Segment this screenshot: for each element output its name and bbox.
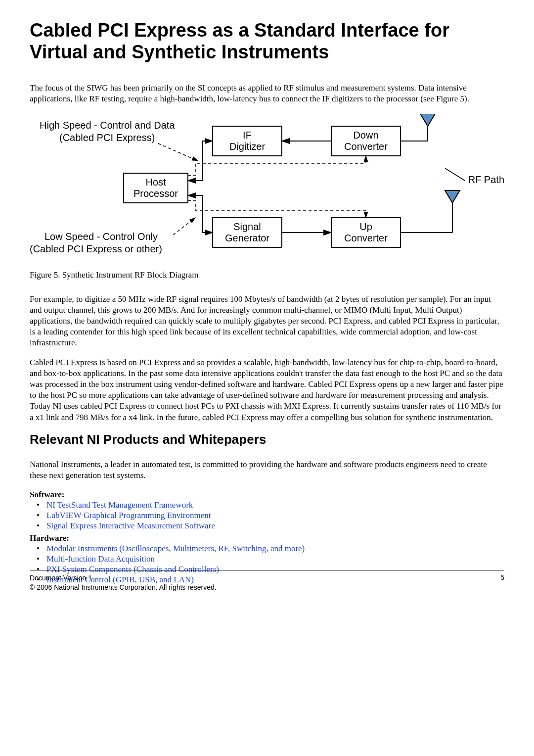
if-label-2: Digitizer <box>229 141 266 152</box>
page-footer: Document Version 1 © 2006 National Instr… <box>30 570 504 592</box>
list-item: Modular Instruments (Oscilloscopes, Mult… <box>30 543 504 554</box>
paragraph-4: National Instruments, a leader in automa… <box>30 459 504 481</box>
high-speed-label-2: (Cabled PCI Express) <box>59 132 155 143</box>
up-label-2: Converter <box>344 233 388 243</box>
link-ni-teststand[interactable]: NI TestStand Test Management Framework <box>46 500 193 510</box>
list-item: Multi-function Data Acquisition <box>30 554 504 564</box>
link-modular-instruments[interactable]: Modular Instruments (Oscilloscopes, Mult… <box>46 544 305 553</box>
rf-path-label: RF Path <box>468 174 504 185</box>
hardware-heading: Hardware: <box>30 533 504 543</box>
intro-paragraph: The focus of the SIWG has been primarily… <box>30 83 504 104</box>
svg-line-9 <box>445 168 465 181</box>
low-speed-label-1: Low Speed - Control Only <box>44 231 158 242</box>
signal-label-2: Generator <box>225 233 269 243</box>
down-label-2: Converter <box>344 141 388 152</box>
down-label-1: Down <box>353 130 378 141</box>
host-label-1: Host <box>145 177 166 188</box>
page-title: Cabled PCI Express as a Standard Interfa… <box>30 20 504 63</box>
footer-page-number: 5 <box>500 573 504 592</box>
list-item: Signal Express Interactive Measurement S… <box>30 520 504 531</box>
host-label-2: Processor <box>134 188 178 199</box>
footer-copyright: © 2006 National Instruments Corporation.… <box>30 583 217 592</box>
antenna-bottom-icon <box>445 190 460 203</box>
software-heading: Software: <box>30 490 504 500</box>
list-item: NI TestStand Test Management Framework <box>30 500 504 510</box>
svg-line-8 <box>173 218 195 235</box>
section-heading-products: Relevant NI Products and Whitepapers <box>30 432 504 447</box>
software-link-list: NI TestStand Test Management Framework L… <box>30 500 504 531</box>
block-diagram-svg: High Speed - Control and Data (Cabled PC… <box>30 114 504 267</box>
paragraph-2: For example, to digitize a 50 MHz wide R… <box>30 294 504 348</box>
signal-label-1: Signal <box>233 221 261 232</box>
figure-caption: Figure 5. Synthetic Instrument RF Block … <box>30 270 504 280</box>
link-labview[interactable]: LabVIEW Graphical Programming Environmen… <box>46 511 211 520</box>
low-speed-label-2: (Cabled PCI Express or other) <box>30 243 162 254</box>
block-diagram-figure: High Speed - Control and Data (Cabled PC… <box>30 114 504 267</box>
up-label-1: Up <box>359 221 372 232</box>
svg-line-7 <box>158 143 198 161</box>
link-daq[interactable]: Multi-function Data Acquisition <box>46 554 155 564</box>
if-label-1: IF <box>243 130 252 141</box>
high-speed-label-1: High Speed - Control and Data <box>40 120 175 131</box>
antenna-top-icon <box>420 114 435 126</box>
list-item: LabVIEW Graphical Programming Environmen… <box>30 510 504 520</box>
footer-version: Document Version 1 <box>30 573 217 583</box>
paragraph-3: Cabled PCI Express is based on PCI Expre… <box>30 357 504 423</box>
link-signal-express[interactable]: Signal Express Interactive Measurement S… <box>46 521 215 530</box>
